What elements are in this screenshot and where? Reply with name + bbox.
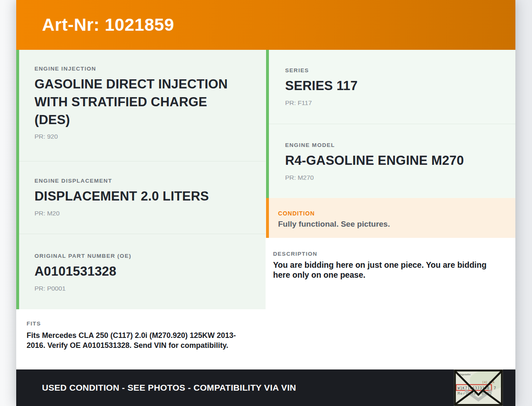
fits-label: FITS — [27, 320, 253, 327]
page-header: Art-Nr: 1021859 — [16, 0, 515, 50]
engine-model-card: ENGINE MODEL R4-GASOLINE ENGINE M270 PR:… — [266, 124, 515, 198]
original-part-number-pr-code: PR: P0001 — [34, 285, 254, 292]
engine-injection-value: GASOLINE DIRECT INJECTION WITH STRATIFIE… — [34, 76, 230, 129]
engine-injection-card: ENGINE INJECTION GASOLINE DIRECT INJECTI… — [16, 50, 266, 161]
engine-injection-pr-code: PR: 920 — [34, 133, 254, 140]
engine-displacement-value: DISPLACEMENT 2.0 LITERS — [34, 188, 254, 205]
series-label: SERIES — [285, 67, 500, 73]
engine-injection-label: ENGINE INJECTION — [34, 66, 254, 72]
condition-text: Fully functional. See pictures. — [278, 220, 515, 229]
engine-displacement-card: ENGINE DISPLACEMENT DISPLACEMENT 2.0 LIT… — [16, 161, 266, 234]
original-part-number-label: ORIGINAL PART NUMBER (OE) — [34, 253, 254, 259]
engine-model-pr-code: PR: M270 — [285, 174, 500, 181]
engine-model-label: ENGINE MODEL — [285, 142, 500, 148]
engine-displacement-pr-code: PR: M20 — [34, 210, 254, 217]
series-card: SERIES SERIES 117 PR: F117 — [266, 50, 515, 124]
fits-text: Fits Mercedes CLA 250 (C117) 2.0i (M270.… — [27, 330, 253, 351]
original-part-number-value: A0101531328 — [34, 263, 254, 281]
condition-label: CONDITION — [278, 210, 515, 217]
registration-document-photo: Fahrgestellnr. [4] AiA W1K71463J314B 7 M… — [454, 369, 503, 406]
engine-model-value: R4-GASOLINE ENGINE M270 — [285, 152, 500, 170]
series-value: SERIES 117 — [285, 77, 500, 95]
main-content: ENGINE INJECTION GASOLINE DIRECT INJECTI… — [16, 50, 515, 369]
engine-displacement-label: ENGINE DISPLACEMENT — [34, 178, 254, 184]
listing-page: Art-Nr: 1021859 ENGINE INJECTION GASOLIN… — [16, 0, 515, 406]
fits-section: FITS Fits Mercedes CLA 250 (C117) 2.0i (… — [16, 309, 266, 369]
footer-banner: USED CONDITION - SEE PHOTOS - COMPATIBIL… — [16, 369, 515, 406]
description-section: DESCRIPTION You are bidding here on just… — [266, 238, 515, 369]
condition-card: CONDITION Fully functional. See pictures… — [266, 198, 515, 238]
left-column: ENGINE INJECTION GASOLINE DIRECT INJECTI… — [16, 50, 266, 369]
original-part-number-card: ORIGINAL PART NUMBER (OE) A0101531328 PR… — [16, 234, 266, 309]
article-number-title: Art-Nr: 1021859 — [42, 15, 174, 35]
right-column: SERIES SERIES 117 PR: F117 ENGINE MODEL … — [266, 50, 515, 369]
description-text: You are bidding here on just one piece. … — [273, 260, 498, 280]
description-label: DESCRIPTION — [273, 251, 499, 257]
footer-banner-text: USED CONDITION - SEE PHOTOS - COMPATIBIL… — [42, 383, 296, 393]
vin-suffix-text: 7 — [494, 386, 496, 390]
series-pr-code: PR: F117 — [285, 99, 500, 107]
